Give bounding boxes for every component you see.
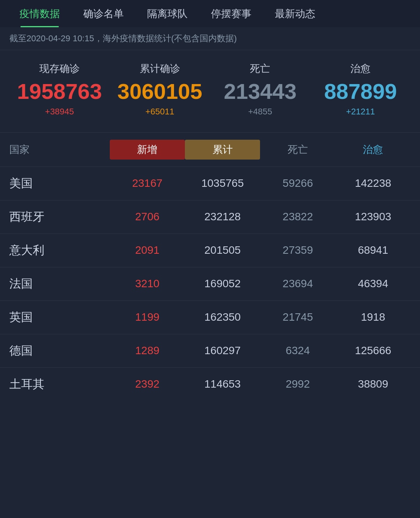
cell-cumulative-5: 160297 — [185, 344, 260, 357]
stat-delta-total-confirmed: +65011 — [112, 107, 208, 117]
stat-recovered: 治愈 887899 +21211 — [310, 58, 411, 121]
stat-number-current-confirmed: 1958763 — [11, 79, 108, 104]
cell-country-4: 英国 — [9, 309, 110, 325]
cell-new-cases-4: 1199 — [110, 311, 185, 323]
stat-total-confirmed: 累计确诊 3060105 +65011 — [110, 58, 210, 121]
cell-recovered-3: 46394 — [336, 277, 411, 290]
table-header: 国家 新增 累计 死亡 治愈 — [0, 133, 420, 167]
info-bar: 截至2020-04-29 10:15，海外疫情数据统计(不包含国内数据) — [0, 27, 420, 50]
cell-recovered-5: 125666 — [336, 344, 411, 357]
data-table: 国家 新增 累计 死亡 治愈 美国 23167 1035765 59266 14… — [0, 133, 420, 401]
cell-recovered-4: 1918 — [336, 311, 411, 323]
nav-item-latest-news[interactable]: 最新动态 — [263, 0, 327, 27]
cell-cumulative-0: 1035765 — [185, 177, 260, 190]
cell-recovered-2: 68941 — [336, 244, 411, 256]
cell-new-cases-1: 2706 — [110, 211, 185, 223]
cell-recovered-1: 123903 — [336, 211, 411, 223]
stat-label-total-confirmed: 累计确诊 — [112, 62, 208, 76]
table-row: 西班牙 2706 232128 23822 123903 — [0, 200, 420, 234]
nav-item-confirmed-list[interactable]: 确诊名单 — [72, 0, 135, 27]
col-header-new-cases: 新增 — [110, 140, 185, 160]
col-header-recovered: 治愈 — [336, 143, 411, 156]
col-header-country: 国家 — [9, 143, 110, 156]
nav-item-epidemiology-data[interactable]: 疫情数据 — [8, 0, 72, 27]
col-header-deaths: 死亡 — [260, 143, 335, 156]
cell-country-5: 德国 — [9, 343, 110, 359]
cell-cumulative-3: 169052 — [185, 277, 260, 290]
cell-deaths-3: 23694 — [260, 277, 335, 290]
cell-country-6: 土耳其 — [9, 376, 110, 392]
stats-section: 现存确诊 1958763 +38945 累计确诊 3060105 +65011 … — [0, 50, 420, 133]
stat-delta-deaths: +4855 — [212, 107, 309, 117]
cell-deaths-4: 21745 — [260, 311, 335, 323]
table-row: 英国 1199 162350 21745 1918 — [0, 300, 420, 334]
table-row: 意大利 2091 201505 27359 68941 — [0, 234, 420, 267]
cell-deaths-2: 27359 — [260, 244, 335, 256]
cell-country-2: 意大利 — [9, 242, 110, 258]
table-rows-container: 美国 23167 1035765 59266 142238 西班牙 2706 2… — [0, 167, 420, 401]
cell-cumulative-6: 114653 — [185, 378, 260, 390]
cell-new-cases-0: 23167 — [110, 177, 185, 190]
cell-cumulative-2: 201505 — [185, 244, 260, 256]
cell-recovered-0: 142238 — [336, 177, 411, 190]
stat-delta-current-confirmed: +38945 — [11, 107, 108, 117]
cell-new-cases-6: 2392 — [110, 378, 185, 390]
cell-deaths-5: 6324 — [260, 344, 335, 357]
table-row: 土耳其 2392 114653 2992 38809 — [0, 367, 420, 401]
info-bar-text: 截至2020-04-29 10:15，海外疫情数据统计(不包含国内数据) — [9, 33, 237, 43]
stat-number-total-confirmed: 3060105 — [112, 79, 208, 104]
col-header-cumulative: 累计 — [185, 140, 260, 160]
cell-cumulative-4: 162350 — [185, 311, 260, 323]
stat-label-recovered: 治愈 — [312, 62, 409, 76]
cell-country-3: 法国 — [9, 276, 110, 292]
nav-item-isolation-team[interactable]: 隔离球队 — [135, 0, 199, 27]
navigation-bar: 疫情数据 确诊名单 隔离球队 停摆赛事 最新动态 — [0, 0, 420, 27]
table-row: 德国 1289 160297 6324 125666 — [0, 334, 420, 367]
cell-cumulative-1: 232128 — [185, 211, 260, 223]
cell-country-0: 美国 — [9, 176, 110, 191]
stat-current-confirmed: 现存确诊 1958763 +38945 — [9, 58, 110, 121]
table-row: 法国 3210 169052 23694 46394 — [0, 267, 420, 300]
cell-deaths-1: 23822 — [260, 211, 335, 223]
cell-new-cases-5: 1289 — [110, 344, 185, 357]
table-row: 美国 23167 1035765 59266 142238 — [0, 167, 420, 200]
cell-deaths-6: 2992 — [260, 378, 335, 390]
cell-deaths-0: 59266 — [260, 177, 335, 190]
stat-number-recovered: 887899 — [312, 79, 409, 104]
cell-country-1: 西班牙 — [9, 209, 110, 225]
cell-new-cases-3: 3210 — [110, 277, 185, 290]
stat-label-current-confirmed: 现存确诊 — [11, 62, 108, 76]
stat-delta-recovered: +21211 — [312, 107, 409, 117]
nav-item-suspended-events[interactable]: 停摆赛事 — [199, 0, 263, 27]
cell-new-cases-2: 2091 — [110, 244, 185, 256]
stat-number-deaths: 213443 — [212, 79, 309, 104]
stat-label-deaths: 死亡 — [212, 62, 309, 76]
stat-deaths: 死亡 213443 +4855 — [210, 58, 311, 121]
cell-recovered-6: 38809 — [336, 378, 411, 390]
